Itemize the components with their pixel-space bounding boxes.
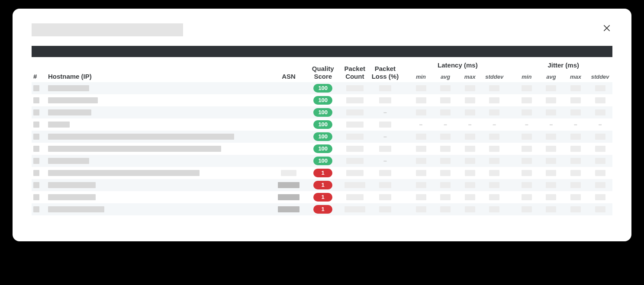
cell-lat-stddev: –	[482, 118, 507, 131]
skeleton	[595, 97, 605, 103]
cell-lat-stddev	[482, 203, 507, 215]
skeleton	[595, 85, 605, 91]
skeleton	[48, 122, 70, 128]
cell-lat-max	[457, 82, 482, 94]
cell-num	[32, 179, 46, 191]
skeleton	[416, 158, 426, 164]
table-row: 100––––––––	[32, 118, 612, 131]
skeleton	[379, 97, 391, 103]
quality-score-badge: 1	[313, 169, 332, 177]
skeleton	[379, 85, 391, 91]
skeleton	[570, 182, 581, 188]
report-card: # Hostname (IP) ASN Quality Score Packet…	[13, 9, 631, 241]
cell-jit-min	[515, 94, 539, 106]
cell-lat-min	[409, 191, 433, 203]
skeleton	[48, 85, 89, 91]
cell-jit-min	[515, 131, 539, 143]
col-hostname: Hostname (IP)	[46, 59, 272, 82]
cell-jit-avg	[539, 131, 564, 143]
quality-score-badge: 100	[313, 157, 332, 165]
cell-quality: 100	[306, 118, 340, 131]
cell-lat-avg: –	[433, 118, 458, 131]
skeleton	[595, 146, 605, 152]
skeleton	[570, 206, 581, 212]
cell-lat-min	[409, 143, 433, 155]
dash-placeholder: –	[444, 121, 447, 128]
skeleton	[465, 158, 475, 164]
cell-lat-max	[457, 155, 482, 167]
skeleton	[522, 194, 532, 200]
cell-lat-max	[457, 143, 482, 155]
skeleton	[346, 97, 364, 103]
cell-asn	[271, 94, 306, 106]
cell-packet-count	[340, 82, 370, 94]
table-row: 1	[32, 191, 612, 203]
table-row: 100–	[32, 106, 612, 118]
cell-num	[32, 203, 46, 215]
quality-score-badge: 1	[313, 181, 332, 189]
close-button[interactable]	[601, 22, 612, 34]
dash-placeholder: –	[383, 109, 387, 116]
skeleton	[48, 109, 91, 115]
cell-jit-avg	[539, 191, 564, 203]
cell-jit-stddev	[588, 155, 612, 167]
cell-lat-min	[409, 131, 433, 143]
cell-jit-stddev	[588, 167, 612, 179]
table-row: 1	[32, 203, 612, 215]
skeleton	[595, 134, 605, 140]
skeleton	[546, 206, 556, 212]
col-jitter: Jitter (ms)	[515, 59, 612, 71]
skeleton	[546, 182, 556, 188]
skeleton	[546, 85, 556, 91]
cell-num	[32, 94, 46, 106]
skeleton	[522, 170, 532, 176]
cell-hostname	[46, 191, 272, 203]
skeleton	[416, 146, 426, 152]
cell-lat-min	[409, 203, 433, 215]
cell-num	[32, 143, 46, 155]
cell-jit-min	[515, 143, 539, 155]
dash-placeholder: –	[599, 121, 602, 128]
quality-score-badge: 100	[313, 108, 332, 117]
cell-asn	[271, 155, 306, 167]
skeleton	[48, 158, 89, 164]
skeleton	[489, 85, 499, 91]
cell-jit-stddev	[588, 179, 612, 191]
cell-quality: 1	[306, 203, 340, 215]
skeleton	[346, 170, 364, 176]
cell-jit-max: –	[564, 118, 588, 131]
skeleton	[379, 206, 391, 212]
skeleton	[570, 134, 581, 140]
cell-jit-stddev	[588, 143, 612, 155]
skeleton	[278, 194, 299, 200]
cell-jit-max	[564, 143, 588, 155]
cell-lat-stddev	[482, 191, 507, 203]
skeleton	[465, 134, 475, 140]
skeleton	[346, 158, 364, 164]
skeleton	[33, 122, 39, 128]
cell-jit-max	[564, 191, 588, 203]
cell-asn	[271, 106, 306, 118]
table-row: 100	[32, 94, 612, 106]
cell-lat-max	[457, 203, 482, 215]
col-jit-avg: avg	[539, 71, 564, 82]
cell-lat-max	[457, 94, 482, 106]
dash-placeholder: –	[383, 157, 387, 164]
skeleton	[489, 134, 499, 140]
cell-lat-max	[457, 131, 482, 143]
skeleton	[33, 85, 39, 91]
col-num: #	[32, 59, 46, 82]
cell-lat-stddev	[482, 106, 507, 118]
cell-lat-max	[457, 191, 482, 203]
cell-lat-avg	[433, 167, 458, 179]
skeleton	[416, 134, 426, 140]
skeleton	[595, 194, 605, 200]
skeleton	[465, 182, 475, 188]
col-ploss: Packet Loss (%)	[370, 59, 401, 82]
quality-score-badge: 100	[313, 84, 332, 93]
skeleton	[546, 97, 556, 103]
cell-packet-count	[340, 106, 370, 118]
skeleton	[465, 194, 475, 200]
cell-jit-avg	[539, 179, 564, 191]
skeleton	[570, 109, 581, 115]
